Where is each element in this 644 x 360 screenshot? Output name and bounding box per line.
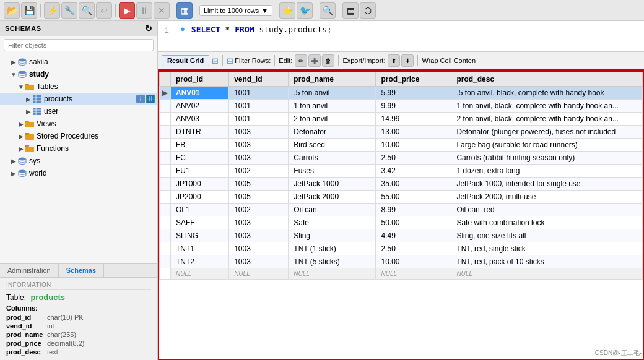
cell-prod_desc[interactable]: Large bag (suitable for road runners) xyxy=(451,139,643,152)
cell-prod_id[interactable]: ANV02 xyxy=(171,100,229,113)
table-row[interactable]: FB1003Bird seed10.00Large bag (suitable … xyxy=(160,139,643,152)
table-row[interactable]: NULLNULLNULLNULLNULL xyxy=(160,268,643,280)
products-info-button[interactable]: i xyxy=(136,95,145,103)
table-row[interactable]: ANV0310012 ton anvil14.992 ton anvil, bl… xyxy=(160,113,643,126)
cell-prod_id[interactable]: TNT1 xyxy=(171,242,229,255)
tree-item-world[interactable]: ▶ world xyxy=(0,167,157,179)
grid-highlight-button[interactable]: ▦ xyxy=(176,2,193,19)
open-folder-button[interactable]: 📂 xyxy=(4,2,20,19)
tree-item-functions[interactable]: ▶ Functions xyxy=(0,142,157,155)
cell-prod_price[interactable]: 5.99 xyxy=(376,87,451,100)
col-header-prod_price[interactable]: prod_price xyxy=(376,72,451,87)
execute-fast-button[interactable]: ⚡ xyxy=(44,2,60,19)
bookmark-button[interactable]: ⭐ xyxy=(279,2,295,19)
cell-prod_price[interactable]: 55.00 xyxy=(376,191,451,204)
data-grid-wrapper[interactable]: prod_id vend_id prod_name prod_price pro… xyxy=(158,71,644,360)
cell-prod_name[interactable]: JetPack 1000 xyxy=(289,178,376,191)
col-header-prod_id[interactable]: prod_id xyxy=(171,72,229,87)
cell-prod_desc[interactable]: Carrots (rabbit hunting season only) xyxy=(451,152,643,165)
toggle-views[interactable]: ▶ xyxy=(17,121,25,127)
cell-prod_name[interactable]: TNT (5 sticks) xyxy=(289,255,376,268)
execute-button[interactable]: ▶ xyxy=(119,2,135,19)
tools-button[interactable]: 🔧 xyxy=(61,2,77,19)
cell-prod_price[interactable]: NULL xyxy=(376,268,451,280)
cell-vend_id[interactable]: 1003 xyxy=(229,139,289,152)
table-row[interactable]: JP20001005JetPack 200055.00JetPack 2000,… xyxy=(160,191,643,204)
cell-prod_name[interactable]: Bird seed xyxy=(289,139,376,152)
cell-prod_name[interactable]: NULL xyxy=(289,268,376,280)
table-row[interactable]: FC1003Carrots2.50Carrots (rabbit hunting… xyxy=(160,152,643,165)
cell-prod_id[interactable]: SAFE xyxy=(171,216,229,229)
col-header-prod_name[interactable]: prod_name xyxy=(289,72,376,87)
cell-vend_id[interactable]: 1003 xyxy=(229,255,289,268)
edit-pencil-button[interactable]: ✏ xyxy=(295,54,307,67)
cell-prod_id[interactable]: FU1 xyxy=(171,165,229,178)
toggle-world[interactable]: ▶ xyxy=(10,170,17,177)
tree-item-study[interactable]: ▼ study xyxy=(0,68,157,80)
edit-add-button[interactable]: ➕ xyxy=(308,54,321,67)
cell-prod_id[interactable]: SLING xyxy=(171,229,229,242)
find-button[interactable]: 🔍 xyxy=(79,2,95,19)
cell-prod_price[interactable]: 3.42 xyxy=(376,165,451,178)
cell-prod_desc[interactable]: Oil can, red xyxy=(451,204,643,216)
grid-layout-button[interactable]: ▤ xyxy=(342,2,359,19)
cell-prod_desc[interactable]: TNT, red, single stick xyxy=(451,242,643,255)
export-button[interactable]: ⬆ xyxy=(388,54,400,67)
search-button[interactable]: 🔍 xyxy=(320,2,336,19)
cell-prod_desc[interactable]: Sling, one size fits all xyxy=(451,229,643,242)
cell-prod_desc[interactable]: JetPack 1000, intended for single use xyxy=(451,178,643,191)
tab-schemas[interactable]: Schemas xyxy=(59,264,104,277)
cell-prod_price[interactable]: 8.99 xyxy=(376,204,451,216)
cell-prod_desc[interactable]: 1 ton anvil, black, complete with handy … xyxy=(451,100,643,113)
toggle-study[interactable]: ▼ xyxy=(10,71,17,78)
toggle-functions[interactable]: ▶ xyxy=(17,145,25,152)
cell-prod_id[interactable]: DTNTR xyxy=(171,126,229,139)
bird-button[interactable]: 🐦 xyxy=(297,2,313,19)
save-button[interactable]: 💾 xyxy=(21,2,37,19)
cell-vend_id[interactable]: 1005 xyxy=(229,191,289,204)
table-row[interactable]: DTNTR1003Detonator13.00Detonator (plunge… xyxy=(160,126,643,139)
cell-prod_name[interactable]: Safe xyxy=(289,216,376,229)
toggle-user[interactable]: ▶ xyxy=(25,108,32,115)
table-row[interactable]: FU11002Fuses3.421 dozen, extra long xyxy=(160,165,643,178)
cell-vend_id[interactable]: 1002 xyxy=(229,165,289,178)
cell-prod_id[interactable]: NULL xyxy=(171,268,229,280)
table-row[interactable]: SAFE1003Safe50.00Safe with combination l… xyxy=(160,216,643,229)
cell-prod_price[interactable]: 10.00 xyxy=(376,255,451,268)
limit-rows-selector[interactable]: Limit to 1000 rows ▼ xyxy=(199,5,272,16)
col-header-vend_id[interactable]: vend_id xyxy=(229,72,289,87)
filter-input[interactable] xyxy=(4,39,154,51)
cell-prod_desc[interactable]: JetPack 2000, multi-use xyxy=(451,191,643,204)
cell-prod_desc[interactable]: TNT, red, pack of 10 sticks xyxy=(451,255,643,268)
cell-vend_id[interactable]: 1003 xyxy=(229,152,289,165)
refresh-icon[interactable]: ↻ xyxy=(145,24,153,33)
cell-prod_name[interactable]: TNT (1 stick) xyxy=(289,242,376,255)
products-grid-button[interactable] xyxy=(146,95,155,103)
cell-vend_id[interactable]: 1003 xyxy=(229,216,289,229)
col-header-prod_desc[interactable]: prod_desc xyxy=(451,72,643,87)
table-row[interactable]: SLING1003Sling4.49Sling, one size fits a… xyxy=(160,229,643,242)
cell-prod_desc[interactable]: Detonator (plunger powered), fuses not i… xyxy=(451,126,643,139)
export-button[interactable]: ⬡ xyxy=(360,2,376,19)
cell-prod_id[interactable]: JP2000 xyxy=(171,191,229,204)
cell-vend_id[interactable]: 1002 xyxy=(229,204,289,216)
table-row[interactable]: JP10001005JetPack 100035.00JetPack 1000,… xyxy=(160,178,643,191)
cell-prod_name[interactable]: Detonator xyxy=(289,126,376,139)
cell-prod_desc[interactable]: Safe with combination lock xyxy=(451,216,643,229)
cell-prod_price[interactable]: 35.00 xyxy=(376,178,451,191)
edit-delete-button[interactable]: 🗑 xyxy=(322,54,334,67)
tree-item-user[interactable]: ▶ user xyxy=(0,105,157,118)
cell-prod_desc[interactable]: .5 ton anvil, black, complete with handy… xyxy=(451,87,643,100)
cell-prod_id[interactable]: FC xyxy=(171,152,229,165)
cell-vend_id[interactable]: NULL xyxy=(229,268,289,280)
tree-item-sakila[interactable]: ▶ sakila xyxy=(0,56,157,68)
toggle-sp[interactable]: ▶ xyxy=(17,133,25,140)
cell-prod_id[interactable]: OL1 xyxy=(171,204,229,216)
cell-vend_id[interactable]: 1001 xyxy=(229,87,289,100)
cell-vend_id[interactable]: 1003 xyxy=(229,242,289,255)
toggle-products[interactable]: ▶ xyxy=(25,96,32,103)
cell-prod_name[interactable]: 1 ton anvil xyxy=(289,100,376,113)
table-row[interactable]: ▶ANV011001.5 ton anvil5.99.5 ton anvil, … xyxy=(160,87,643,100)
import-button[interactable]: ⬇ xyxy=(401,54,414,67)
cell-prod_price[interactable]: 14.99 xyxy=(376,113,451,126)
